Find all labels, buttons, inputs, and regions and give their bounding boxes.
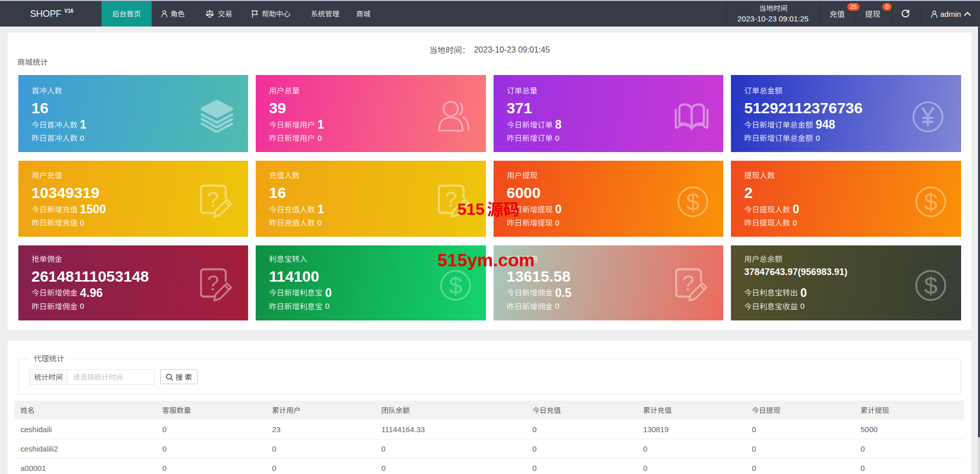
svg-text:?: ? <box>207 271 219 295</box>
svg-text:$: $ <box>449 272 462 299</box>
svg-text:$: $ <box>686 188 699 215</box>
svg-text:$: $ <box>924 272 937 299</box>
svg-text:$: $ <box>924 188 937 215</box>
svg-text:?: ? <box>207 187 219 211</box>
svg-text:?: ? <box>445 187 456 211</box>
svg-text:?: ? <box>682 271 694 295</box>
